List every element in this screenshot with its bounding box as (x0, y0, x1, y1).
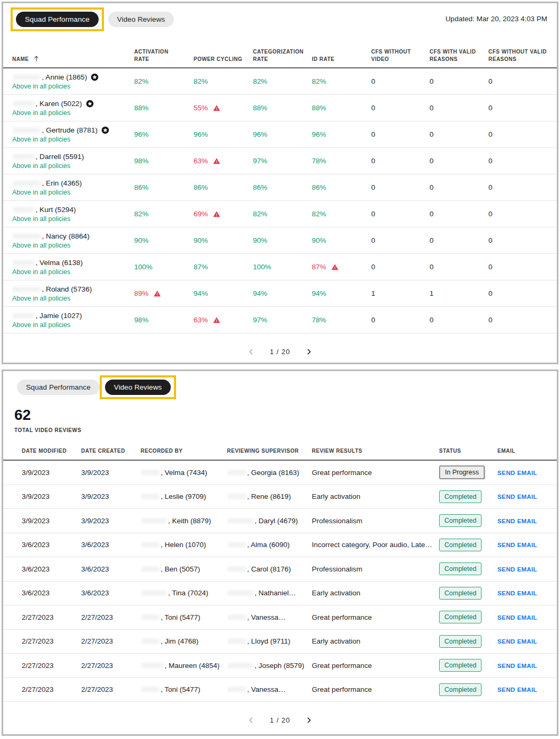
name-cell: , Jamie (1027)Above in all policies (12, 312, 134, 329)
column-header: RECORDED BY (141, 447, 227, 455)
column-header-label: CFS WITHOUT VIDEO (371, 48, 420, 63)
date-created-cell: 2/27/2023 (81, 662, 141, 670)
cfs-value: 0 (371, 263, 430, 271)
agent-name-label: , Roland (5736) (42, 285, 92, 293)
active-tab-highlight: Squad Performance (11, 7, 104, 31)
send-email-button[interactable]: SEND EMAIL (497, 687, 537, 693)
rate-value: 94% (253, 289, 312, 297)
date-created-cell: 2/27/2023 (81, 637, 141, 645)
status-badge: In Progress (439, 465, 485, 479)
rate-value: 86% (194, 183, 253, 191)
rate-value: 90% (253, 236, 312, 244)
policy-status-link[interactable]: Above in all policies (12, 189, 127, 196)
status-badge: Completed (439, 635, 482, 648)
rate-label: 82% (253, 77, 267, 85)
policy-status-link[interactable]: Above in all policies (12, 109, 127, 117)
rate-value: 88% (134, 104, 194, 112)
column-header: CFS WITHOUT VIDEO (371, 48, 430, 63)
policy-status-link[interactable]: Above in all policies (12, 268, 127, 276)
agent-name: , Roland (5736) (12, 285, 127, 293)
date-modified-cell: 3/9/2023 (22, 492, 81, 500)
redacted-text (12, 101, 34, 106)
recorded-by-label: , Jim (4768) (161, 637, 198, 645)
send-email-button[interactable]: SEND EMAIL (497, 566, 537, 573)
send-email-button[interactable]: SEND EMAIL (497, 590, 537, 596)
column-header: ID RATE (312, 56, 371, 63)
cfs-value: 0 (488, 210, 557, 218)
rate-label: 78% (312, 157, 326, 165)
recorded-by-cell: , Leslie (9709) (141, 492, 227, 500)
send-email-button[interactable]: SEND EMAIL (497, 542, 537, 548)
rate-value: 96% (134, 130, 194, 138)
column-header-label: CFS WITHOUT VALID REASONS (488, 48, 547, 63)
rate-label: 82% (134, 77, 148, 85)
policy-status-link[interactable]: Above in all policies (12, 321, 127, 329)
column-header-label: DATE MODIFIED (22, 447, 67, 455)
recorded-by-cell: , Tina (7024) (141, 589, 227, 597)
date-created-cell: 3/9/2023 (81, 469, 141, 477)
policy-status-link[interactable]: Above in all policies (12, 136, 127, 143)
chevron-right-icon (305, 348, 313, 356)
rate-label: 90% (134, 236, 148, 244)
policy-status-link[interactable]: Above in all policies (12, 162, 127, 170)
rate-label: 78% (312, 316, 326, 324)
name-cell: , Kurt (5294)Above in all policies (12, 206, 134, 223)
send-email-button[interactable]: SEND EMAIL (497, 518, 537, 524)
rate-value: 100% (134, 263, 194, 271)
email-cell: SEND EMAIL (497, 613, 557, 621)
cfs-value: 0 (488, 236, 557, 244)
supervisor-label: , Alma (6090) (247, 541, 290, 549)
tab-squad-performance[interactable]: Squad Performance (17, 380, 100, 395)
cfs-value: 0 (371, 77, 430, 85)
policy-status-link[interactable]: Above in all policies (12, 83, 127, 90)
next-page-button[interactable] (303, 714, 314, 726)
policy-status-link[interactable]: Above in all policies (12, 295, 127, 302)
policy-status-link[interactable]: Above in all policies (12, 242, 127, 249)
tab-video-reviews[interactable]: Video Reviews (108, 12, 174, 27)
prev-page-button[interactable] (246, 714, 257, 726)
warning-icon (213, 316, 221, 324)
next-page-button[interactable] (303, 346, 314, 357)
tab-squad-performance[interactable]: Squad Performance (16, 12, 99, 27)
rate-label: 94% (194, 289, 208, 297)
name-cell: , Erin (4365)Above in all policies (12, 179, 134, 196)
column-header: CATEGORIZATION RATE (253, 48, 312, 63)
rate-label: 97% (253, 157, 267, 165)
total-video-reviews-stat: 62 TOTAL VIDEO REVIEWS (3, 399, 557, 433)
recorded-by-cell: , Keith (8879) (141, 517, 227, 525)
redacted-text (141, 470, 160, 475)
prev-page-button[interactable] (246, 346, 257, 357)
recorded-by-cell: , Velma (7434) (141, 469, 227, 477)
column-header[interactable]: NAME (12, 55, 134, 63)
tab-bar: Squad Performance Video Reviews (11, 7, 174, 31)
email-cell: SEND EMAIL (497, 492, 557, 500)
date-created-cell: 2/27/2023 (81, 613, 141, 621)
email-cell: SEND EMAIL (497, 662, 557, 670)
rate-label: 63% (194, 316, 208, 324)
send-email-button[interactable]: SEND EMAIL (497, 638, 537, 645)
cfs-value: 0 (430, 183, 488, 191)
rate-value: 90% (134, 236, 194, 244)
send-email-button[interactable]: SEND EMAIL (497, 470, 537, 476)
agent-name: , Erin (4365) (12, 179, 127, 187)
tab-video-reviews[interactable]: Video Reviews (105, 380, 171, 395)
status-badge: Completed (439, 562, 482, 575)
rate-value: 82% (253, 210, 312, 218)
status-cell: Completed (439, 562, 497, 575)
policy-status-link[interactable]: Above in all policies (12, 215, 127, 223)
date-created-cell: 3/9/2023 (81, 492, 141, 500)
supervisor-label: , Daryl (4679) (255, 517, 298, 525)
date-modified-cell: 3/6/2023 (22, 565, 81, 573)
status-badge: Completed (439, 659, 482, 672)
review-results-cell: Early activation (312, 637, 439, 645)
send-email-button[interactable]: SEND EMAIL (497, 663, 537, 669)
send-email-button[interactable]: SEND EMAIL (497, 614, 537, 621)
date-modified-cell: 2/27/2023 (22, 662, 81, 670)
sort-ascending-icon[interactable] (32, 55, 40, 63)
send-email-button[interactable]: SEND EMAIL (497, 494, 537, 500)
cfs-value: 0 (371, 210, 430, 218)
recorded-by-label: , Tina (7024) (168, 589, 208, 597)
recorded-by-label: , Helen (1070) (161, 541, 206, 549)
rate-value: 78% (312, 157, 371, 165)
redacted-text (227, 567, 246, 571)
